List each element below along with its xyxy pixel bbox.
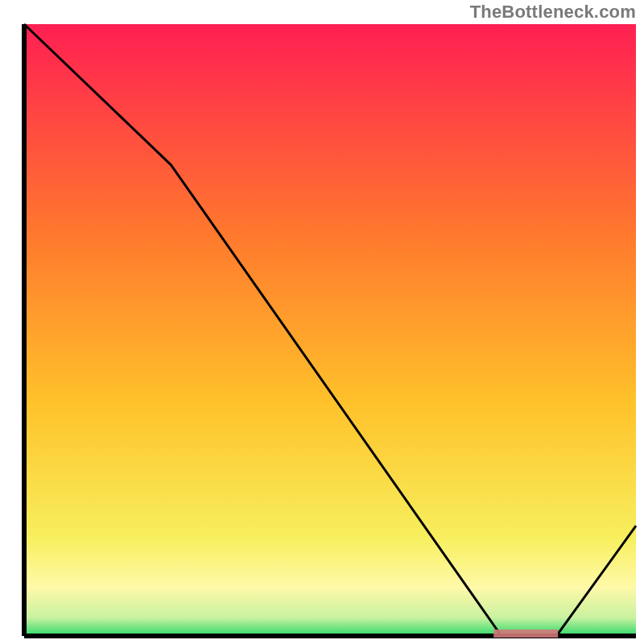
plot-background — [24, 24, 636, 636]
bottleneck-chart — [0, 0, 644, 644]
svg-rect-0 — [493, 630, 558, 638]
annotation-marker — [493, 630, 558, 638]
chart-container: TheBottleneck.com — [0, 0, 644, 644]
watermark-text: TheBottleneck.com — [470, 2, 636, 23]
